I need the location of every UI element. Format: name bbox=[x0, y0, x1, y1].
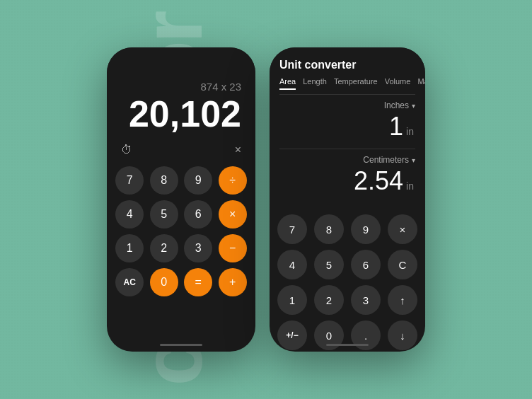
to-value-row: 2.54 in bbox=[279, 166, 415, 196]
to-suffix: in bbox=[406, 180, 414, 192]
btn-2[interactable]: 2 bbox=[150, 234, 178, 262]
btn-6[interactable]: 6 bbox=[184, 200, 212, 229]
calc-expression: 874 x 23 bbox=[200, 81, 241, 93]
tab-mass[interactable]: Mass bbox=[417, 77, 425, 90]
ubtn-down[interactable]: ↓ bbox=[388, 320, 417, 350]
btn-8[interactable]: 8 bbox=[150, 166, 178, 195]
ubtn-4[interactable]: 4 bbox=[277, 250, 307, 279]
tab-volume[interactable]: Volume bbox=[385, 77, 411, 90]
clear-icon[interactable]: × bbox=[235, 144, 241, 156]
calculator-phone: 874 x 23 20,102 ⏱ × 7 8 9 ÷ 4 5 6 × 1 2 … bbox=[107, 47, 255, 352]
ubtn-plusminus[interactable]: +/− bbox=[277, 320, 307, 350]
ubtn-3[interactable]: 3 bbox=[351, 285, 381, 315]
unit-header: Unit converter Area Length Temperature V… bbox=[270, 47, 425, 95]
to-unit-chevron[interactable]: ▾ bbox=[412, 156, 415, 164]
from-suffix: in bbox=[406, 126, 414, 137]
unit-keypad: 7 8 9 × 4 5 6 C 1 2 3 ↑ +/− 0 . ↓ bbox=[270, 209, 425, 352]
calc-controls-bar: ⏱ × bbox=[107, 139, 255, 161]
from-unit-label[interactable]: Inches bbox=[384, 100, 409, 110]
btn-4[interactable]: 4 bbox=[115, 200, 144, 229]
unit-inputs: Inches ▾ 1 in Centimeters ▾ 2.54 in bbox=[270, 95, 425, 209]
ubtn-1[interactable]: 1 bbox=[277, 285, 307, 315]
btn-3[interactable]: 3 bbox=[184, 234, 212, 262]
from-value-row: 1 in bbox=[279, 112, 415, 141]
from-unit-chevron[interactable]: ▾ bbox=[412, 102, 415, 110]
btn-multiply[interactable]: × bbox=[219, 200, 247, 229]
btn-9[interactable]: 9 bbox=[184, 166, 212, 195]
btn-0[interactable]: 0 bbox=[150, 268, 178, 296]
calc-keypad: 7 8 9 ÷ 4 5 6 × 1 2 3 − AC 0 = + bbox=[107, 161, 255, 303]
calc-display: 874 x 23 20,102 bbox=[107, 47, 255, 139]
btn-equals[interactable]: = bbox=[184, 268, 212, 296]
ubtn-6[interactable]: 6 bbox=[351, 250, 381, 279]
tab-area[interactable]: Area bbox=[279, 77, 296, 90]
btn-divide[interactable]: ÷ bbox=[219, 166, 247, 195]
calc-result: 20,102 bbox=[129, 96, 241, 132]
unit-converter-phone: Unit converter Area Length Temperature V… bbox=[270, 47, 425, 352]
to-unit-label-row: Centimeters ▾ bbox=[279, 155, 415, 165]
unit-phone-bottom-bar bbox=[326, 344, 369, 346]
ubtn-up[interactable]: ↑ bbox=[388, 285, 417, 315]
unit-converter-title: Unit converter bbox=[279, 59, 415, 71]
ubtn-clear[interactable]: C bbox=[388, 250, 417, 279]
btn-plus[interactable]: + bbox=[219, 268, 247, 296]
ubtn-7[interactable]: 7 bbox=[277, 214, 307, 244]
btn-1[interactable]: 1 bbox=[115, 234, 144, 262]
from-unit-label-row: Inches ▾ bbox=[279, 100, 415, 110]
to-unit-label[interactable]: Centimeters bbox=[363, 155, 409, 165]
tab-temperature[interactable]: Temperature bbox=[334, 77, 378, 90]
ubtn-2[interactable]: 2 bbox=[314, 285, 344, 315]
btn-7[interactable]: 7 bbox=[115, 166, 144, 195]
ubtn-9[interactable]: 9 bbox=[351, 214, 381, 244]
unit-tabs-bar: Area Length Temperature Volume Mass bbox=[279, 77, 415, 95]
phones-container: 874 x 23 20,102 ⏱ × 7 8 9 ÷ 4 5 6 × 1 2 … bbox=[107, 47, 425, 352]
ubtn-5[interactable]: 5 bbox=[314, 250, 344, 279]
unit-divider bbox=[279, 149, 415, 149]
btn-ac[interactable]: AC bbox=[115, 268, 144, 296]
history-icon[interactable]: ⏱ bbox=[121, 144, 132, 156]
tab-length[interactable]: Length bbox=[303, 77, 327, 90]
btn-5[interactable]: 5 bbox=[150, 200, 178, 229]
btn-minus[interactable]: − bbox=[219, 234, 247, 262]
to-unit-row: Centimeters ▾ 2.54 in bbox=[279, 155, 415, 196]
ubtn-backspace[interactable]: × bbox=[388, 214, 417, 244]
to-value: 2.54 bbox=[354, 166, 403, 196]
from-value: 1 bbox=[389, 112, 403, 141]
phone-bottom-bar bbox=[160, 344, 202, 346]
ubtn-8[interactable]: 8 bbox=[314, 214, 344, 244]
from-unit-row: Inches ▾ 1 in bbox=[279, 100, 415, 141]
